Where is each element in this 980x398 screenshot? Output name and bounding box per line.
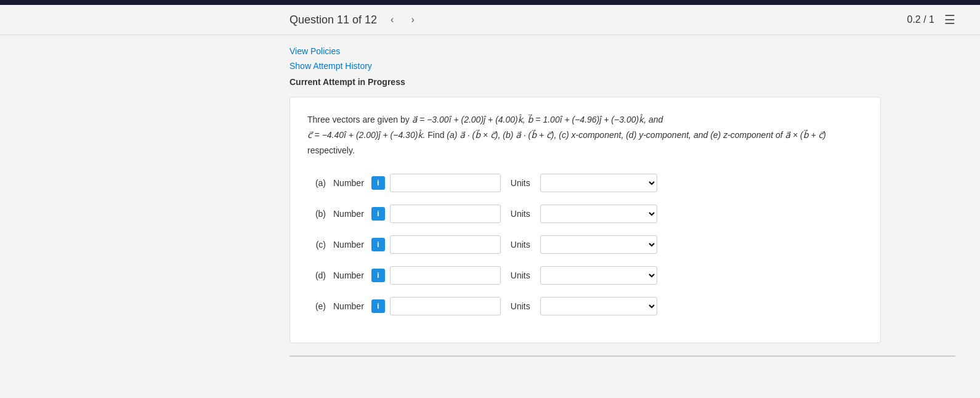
number-input-a[interactable] <box>390 174 501 192</box>
view-policies-link[interactable]: View Policies <box>290 45 955 57</box>
units-select-a[interactable]: m m/s N J unitless <box>540 174 657 192</box>
input-row-e: (e) Number i Units m m/s N J unitless <box>307 297 863 315</box>
part-label-e: (e) <box>307 301 326 311</box>
score-display: 0.2 / 1 <box>907 14 934 25</box>
number-label-d: Number <box>333 270 364 280</box>
show-attempt-link[interactable]: Show Attempt History <box>290 60 955 72</box>
units-label-e: Units <box>511 301 530 311</box>
input-row-d: (d) Number i Units m m/s N J unitless <box>307 266 863 285</box>
units-select-c[interactable]: m m/s N J unitless <box>540 235 657 254</box>
units-label-d: Units <box>511 270 530 280</box>
number-label-b: Number <box>333 209 364 219</box>
info-button-a[interactable]: i <box>371 176 385 190</box>
part-label-b: (b) <box>307 209 326 219</box>
number-input-e[interactable] <box>390 297 501 315</box>
units-label-c: Units <box>511 240 530 250</box>
input-row-a: (a) Number i Units m m/s N J unitless <box>307 174 863 192</box>
part-label-c: (c) <box>307 240 326 250</box>
current-attempt-label: Current Attempt in Progress <box>290 77 955 87</box>
prev-question-button[interactable]: ‹ <box>387 13 397 26</box>
units-label-a: Units <box>511 178 530 188</box>
number-label-e: Number <box>333 301 364 311</box>
units-select-e[interactable]: m m/s N J unitless <box>540 297 657 315</box>
main-content: View Policies Show Attempt History Curre… <box>0 35 980 367</box>
page-container: Question 11 of 12 ‹ › 0.2 / 1 ☰ View Pol… <box>0 0 980 398</box>
formula-a: a⃗ = −3.00î + (2.00)ĵ + (4.00)k̂, b⃗ = 1… <box>412 115 663 124</box>
next-question-button[interactable]: › <box>407 13 418 26</box>
header-right: 0.2 / 1 ☰ <box>907 12 955 27</box>
part-label-d: (d) <box>307 270 326 280</box>
units-label-b: Units <box>511 209 530 219</box>
question-text: Three vectors are given by a⃗ = −3.00î +… <box>307 112 863 159</box>
input-row-b: (b) Number i Units m m/s N J unitless <box>307 205 863 223</box>
info-button-c[interactable]: i <box>371 238 385 251</box>
formula-c: c⃗ = −4.40î + (2.00)ĵ + (−4.30)k̂. <box>307 130 427 140</box>
bottom-divider <box>290 355 955 357</box>
formula-find: (a) a⃗ · (b⃗ × c⃗), (b) a⃗ · (b⃗ + c⃗), … <box>447 130 826 140</box>
number-label-a: Number <box>333 178 364 188</box>
info-button-e[interactable]: i <box>371 299 385 313</box>
units-select-d[interactable]: m m/s N J unitless <box>540 266 657 285</box>
part-label-a: (a) <box>307 178 326 188</box>
list-icon[interactable]: ☰ <box>944 12 955 27</box>
info-button-b[interactable]: i <box>371 207 385 221</box>
info-button-d[interactable]: i <box>371 269 385 282</box>
number-input-d[interactable] <box>390 266 501 285</box>
top-bar <box>0 0 980 5</box>
question-box: Three vectors are given by a⃗ = −3.00î +… <box>290 97 881 343</box>
units-select-b[interactable]: m m/s N J unitless <box>540 205 657 223</box>
number-input-c[interactable] <box>390 235 501 254</box>
input-row-c: (c) Number i Units m m/s N J unitless <box>307 235 863 254</box>
header-bar: Question 11 of 12 ‹ › 0.2 / 1 ☰ <box>0 5 980 35</box>
number-input-b[interactable] <box>390 205 501 223</box>
question-title: Question 11 of 12 <box>290 14 377 26</box>
number-label-c: Number <box>333 240 364 250</box>
header-left: Question 11 of 12 ‹ › <box>290 13 418 26</box>
